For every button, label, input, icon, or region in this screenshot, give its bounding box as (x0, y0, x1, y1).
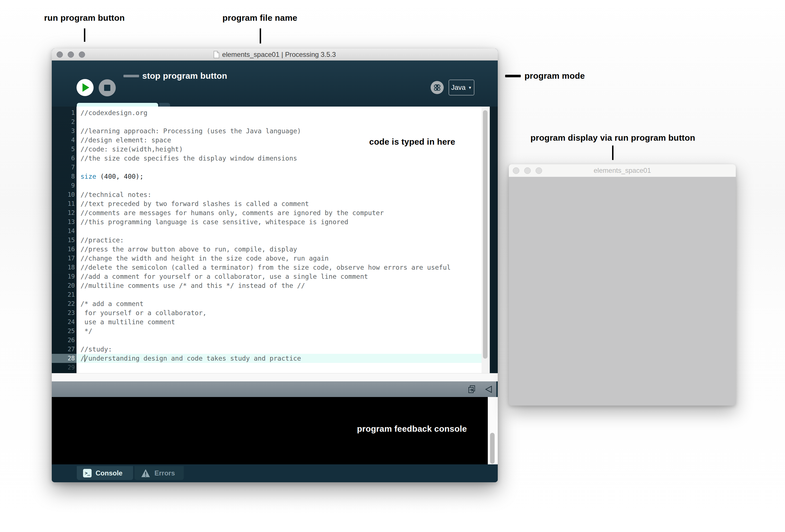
code-text: //press the arrow button above to run, c… (80, 245, 297, 253)
run-button[interactable] (77, 79, 94, 96)
sketch-canvas (509, 177, 736, 405)
text-cursor (84, 355, 85, 362)
line-number: 12 (52, 208, 77, 217)
line-number: 3 (52, 127, 77, 136)
code-line[interactable]: //this programming language is case sens… (77, 217, 482, 227)
code-line[interactable] (77, 117, 482, 127)
code-text: //multiline comments use /* and this */ … (80, 282, 305, 289)
editor-scrollbar-track[interactable] (482, 107, 490, 373)
code-text: //this programming language is case sens… (80, 218, 348, 225)
minimize-button[interactable] (524, 167, 531, 174)
line-number: 20 (52, 281, 77, 290)
code-line[interactable] (77, 163, 482, 172)
annotation-program-file-name: program file name (222, 13, 297, 23)
sketch-display-window: elements_space01 (509, 164, 736, 405)
code-text: //practice: (80, 236, 124, 244)
code-text: //study: (80, 346, 112, 353)
close-button[interactable] (513, 167, 520, 174)
code-line[interactable]: for yourself or a collaborator, (77, 308, 482, 317)
mode-selector[interactable]: Java ▼ (449, 80, 475, 96)
line-number: 21 (52, 290, 77, 299)
code-text: for yourself or a collaborator, (80, 309, 206, 317)
code-line[interactable] (77, 363, 482, 372)
code-line[interactable] (77, 181, 482, 190)
window-title-bar: elements_space01 | Processing 3.5.3 (52, 49, 498, 60)
annotation-stop-program-button: stop program button (142, 71, 227, 81)
tab-errors[interactable]: Errors (134, 466, 184, 480)
line-number: 28 (52, 354, 77, 363)
code-text: //design element: space (80, 136, 171, 144)
close-button[interactable] (57, 51, 63, 58)
code-line[interactable]: //press the arrow button above to run, c… (77, 245, 482, 254)
stop-button[interactable] (99, 79, 116, 96)
console-scrollbar-thumb[interactable] (490, 433, 495, 464)
code-text: */ (80, 327, 93, 335)
window-controls (57, 51, 85, 58)
code-line[interactable] (77, 227, 482, 236)
console-tab-label: Console (96, 469, 123, 477)
code-line[interactable]: */ (77, 326, 482, 336)
code-text: //code: size(width,height) (80, 145, 183, 153)
minimize-button[interactable] (68, 51, 74, 58)
line-number: 8 (52, 172, 77, 181)
code-text: //change the width and height in the siz… (80, 255, 329, 262)
editor-scrollbar-thumb[interactable] (483, 110, 487, 358)
chevron-down-icon: ▼ (468, 85, 472, 90)
collapse-console-icon[interactable] (484, 385, 492, 393)
annotation-program-display: program display via run program button (530, 133, 695, 143)
code-text: use a multiline comment (80, 318, 175, 326)
code-text: (400, 400); (96, 173, 143, 180)
line-number: 27 (52, 345, 77, 354)
line-number: 2 (52, 117, 77, 127)
code-line[interactable] (77, 336, 482, 345)
editor-right-chrome (490, 107, 498, 373)
line-number: 10 (52, 190, 77, 199)
code-line[interactable]: //delete the semicolon (called a termina… (77, 263, 482, 272)
tab-console[interactable]: >_ Console (77, 466, 133, 480)
display-title-bar: elements_space01 (509, 164, 736, 177)
line-number: 13 (52, 217, 77, 227)
console-scrollbar-track[interactable] (488, 397, 498, 464)
annotation-dash-stop-button (123, 75, 139, 77)
zoom-button[interactable] (536, 167, 542, 174)
errors-tab-label: Errors (154, 469, 175, 477)
ide-toolbar: Java ▼ elements_space01 ▼ (52, 60, 498, 107)
code-line[interactable]: //multiline comments use /* and this */ … (77, 281, 482, 290)
code-line[interactable]: //learning approach: Processing (uses th… (77, 127, 482, 136)
code-line[interactable]: //change the width and height in the siz… (77, 254, 482, 263)
code-line[interactable]: //add a comment for yourself or a collab… (77, 272, 482, 281)
warning-triangle-icon (141, 469, 150, 478)
zoom-button[interactable] (79, 51, 85, 58)
code-line[interactable]: //practice: (77, 236, 482, 245)
annotation-dash-program-mode (505, 75, 521, 77)
copy-output-icon[interactable] (468, 385, 476, 394)
annotation-run-program-button: run program button (44, 13, 125, 23)
code-line[interactable]: /* add a comment (77, 299, 482, 308)
annotation-code-typed-here: code is typed in here (369, 137, 455, 147)
line-number: 1 (52, 108, 77, 117)
line-number: 18 (52, 263, 77, 272)
annotation-line-file-name (260, 28, 261, 44)
code-line[interactable]: //study: (77, 345, 482, 354)
code-line[interactable]: //technical notes: (77, 190, 482, 199)
code-line[interactable] (77, 290, 482, 299)
terminal-icon: >_ (83, 469, 92, 477)
play-icon (82, 83, 89, 92)
code-line[interactable]: //understanding design and code takes st… (77, 354, 482, 363)
line-number: 24 (52, 317, 77, 326)
line-number: 9 (52, 181, 77, 190)
display-window-title: elements_space01 (593, 166, 651, 175)
line-number: 11 (52, 199, 77, 208)
code-line[interactable]: //comments are messages for humans only,… (77, 208, 482, 217)
line-number: 6 (52, 154, 77, 163)
stop-icon (104, 85, 110, 91)
debug-button[interactable] (431, 81, 444, 94)
debug-butterfly-icon (433, 83, 441, 92)
annotation-program-mode: program mode (525, 71, 585, 81)
code-line[interactable]: use a multiline comment (77, 317, 482, 326)
code-line[interactable]: //codexdesign.org (77, 108, 482, 117)
code-line[interactable]: //the size code specifies the display wi… (77, 154, 482, 163)
code-line[interactable]: //text preceded by two forward slashes i… (77, 199, 482, 208)
message-bar (52, 381, 496, 397)
code-line[interactable]: size (400, 400); (77, 172, 482, 181)
